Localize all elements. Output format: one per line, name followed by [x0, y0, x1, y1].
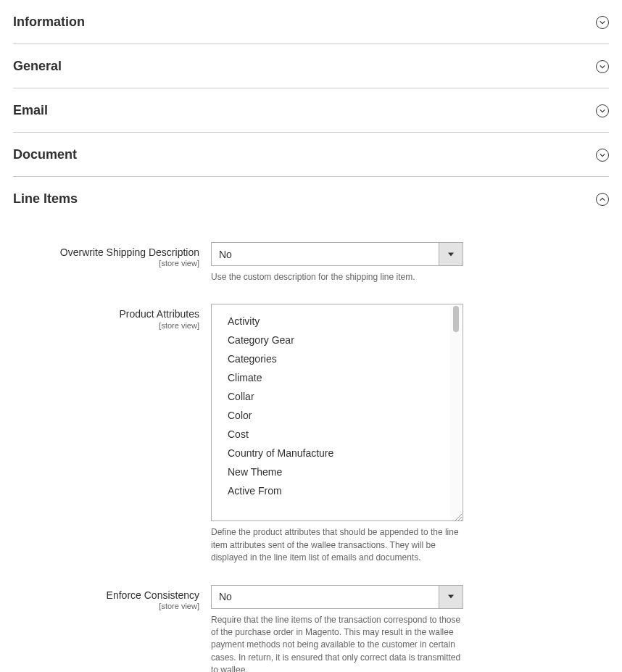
product-attributes-multiselect[interactable]: Activity Category Gear Categories Climat…: [211, 304, 463, 521]
field-label-col: Enforce Consistency [store view]: [13, 585, 211, 672]
section-title-line-items: Line Items: [13, 191, 78, 207]
multiselect-option[interactable]: Collar: [212, 387, 463, 406]
multiselect-inner: Activity Category Gear Categories Climat…: [212, 304, 463, 520]
section-title-email: Email: [13, 103, 48, 118]
field-control-col: Activity Category Gear Categories Climat…: [211, 304, 463, 564]
section-header-general[interactable]: General: [13, 44, 609, 88]
scrollbar-thumb[interactable]: [453, 306, 459, 332]
section-title-general: General: [13, 59, 62, 74]
field-note-product-attributes: Define the product attributes that shoul…: [211, 526, 463, 564]
field-scope: [store view]: [13, 321, 199, 330]
section-information: Information: [13, 0, 609, 44]
svg-marker-0: [448, 252, 454, 256]
section-header-line-items[interactable]: Line Items: [13, 177, 609, 220]
section-document: Document: [13, 133, 609, 177]
section-title-information: Information: [13, 14, 85, 30]
chevron-down-icon: [596, 16, 609, 29]
field-scope: [store view]: [13, 259, 199, 267]
field-overwrite-shipping: Overwrite Shipping Description [store vi…: [13, 242, 609, 283]
field-label-col: Overwrite Shipping Description [store vi…: [13, 242, 211, 283]
multiselect-option[interactable]: Category Gear: [212, 331, 463, 349]
section-header-document[interactable]: Document: [13, 133, 609, 176]
field-product-attributes: Product Attributes [store view] Activity…: [13, 304, 609, 564]
multiselect-option[interactable]: Color: [212, 406, 463, 425]
resize-handle-icon[interactable]: [453, 511, 462, 520]
field-label-col: Product Attributes [store view]: [13, 304, 211, 564]
chevron-down-icon: [596, 104, 609, 117]
field-label-overwrite-shipping: Overwrite Shipping Description: [13, 246, 199, 259]
multiselect-option[interactable]: Cost: [212, 425, 463, 444]
section-body-line-items: Overwrite Shipping Description [store vi…: [13, 220, 609, 672]
enforce-consistency-select[interactable]: No: [211, 585, 463, 609]
svg-line-3: [460, 520, 462, 521]
field-note-overwrite-shipping: Use the custom description for the shipp…: [211, 271, 463, 283]
multiselect-option[interactable]: New Theme: [212, 462, 463, 481]
field-control-col: No Require that the line items of the tr…: [211, 585, 463, 672]
field-note-enforce-consistency: Require that the line items of the trans…: [211, 614, 463, 672]
multiselect-option[interactable]: Categories: [212, 349, 463, 368]
select-value: No: [212, 249, 439, 260]
section-title-document: Document: [13, 147, 77, 162]
multiselect-option[interactable]: Climate: [212, 368, 463, 387]
select-value: No: [212, 591, 439, 602]
chevron-up-icon: [596, 193, 609, 206]
chevron-down-icon: [596, 60, 609, 73]
field-enforce-consistency: Enforce Consistency [store view] No Requ…: [13, 585, 609, 672]
dropdown-button: [439, 586, 463, 608]
field-control-col: No Use the custom description for the sh…: [211, 242, 463, 283]
field-label-enforce-consistency: Enforce Consistency: [13, 589, 199, 602]
section-header-email[interactable]: Email: [13, 88, 609, 132]
field-label-product-attributes: Product Attributes: [13, 307, 199, 320]
multiselect-option[interactable]: Country of Manufacture: [212, 444, 463, 462]
overwrite-shipping-select[interactable]: No: [211, 242, 463, 266]
field-scope: [store view]: [13, 602, 199, 610]
section-general: General: [13, 44, 609, 88]
section-header-information[interactable]: Information: [13, 0, 609, 43]
multiselect-option[interactable]: Active From: [212, 481, 463, 500]
dropdown-button: [439, 243, 463, 265]
scrollbar[interactable]: [450, 306, 461, 519]
section-email: Email: [13, 88, 609, 133]
svg-marker-4: [448, 595, 454, 599]
section-line-items: Line Items Overwrite Shipping Descriptio…: [13, 177, 609, 672]
chevron-down-icon: [596, 149, 609, 162]
multiselect-option[interactable]: Activity: [212, 312, 463, 331]
